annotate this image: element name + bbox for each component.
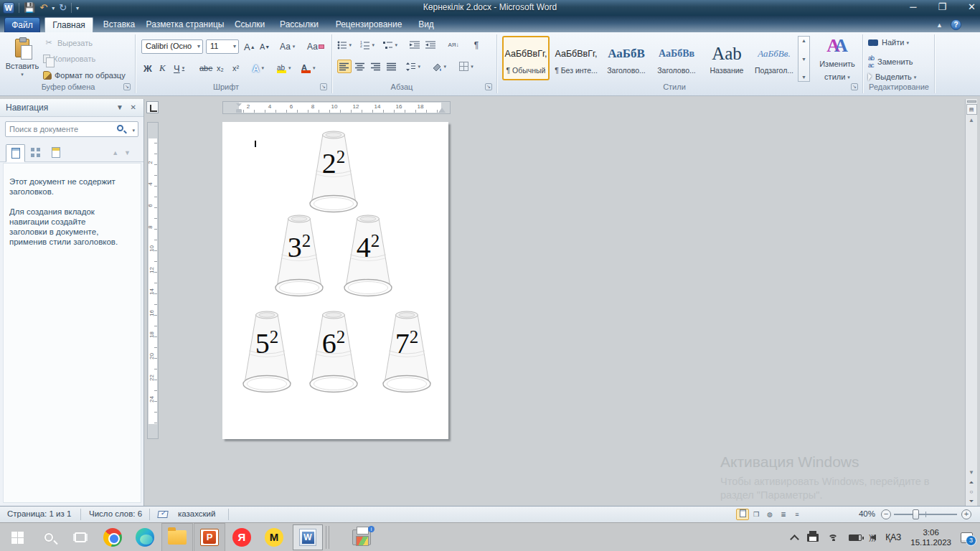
clock[interactable]: 3:06 15.11.2023: [910, 527, 951, 547]
clear-formatting-button[interactable]: Аа: [307, 39, 324, 54]
search-options-icon[interactable]: ▾: [132, 128, 135, 133]
tab-home[interactable]: Главная: [44, 17, 93, 32]
gallery-more-icon[interactable]: ▼: [801, 75, 806, 80]
print-layout-button[interactable]: [736, 509, 749, 520]
format-painter-button[interactable]: Формат по образцу: [43, 71, 126, 80]
restore-button[interactable]: ❐: [938, 1, 946, 12]
zoom-slider[interactable]: [894, 514, 957, 515]
wifi-icon[interactable]: [828, 534, 839, 541]
font-name-combo[interactable]: Calibri (Осно: [141, 39, 203, 54]
scroll-track[interactable]: [966, 126, 977, 468]
align-left-button[interactable]: [337, 60, 352, 73]
justify-button[interactable]: [385, 60, 399, 73]
yandex-taskbar-icon[interactable]: Я: [226, 523, 258, 551]
minimize-ribbon-icon[interactable]: ▲: [936, 22, 943, 29]
bold-button[interactable]: Ж: [143, 61, 152, 75]
help-icon[interactable]: ?: [951, 19, 961, 30]
style-title[interactable]: Aab Название: [703, 36, 750, 80]
chrome-taskbar-icon[interactable]: [97, 523, 128, 551]
tab-mailings[interactable]: Рассылки: [274, 17, 324, 32]
clipboard-dialog-launcher[interactable]: ↘: [123, 83, 131, 90]
tab-review[interactable]: Рецензирование: [329, 17, 409, 32]
document-search-box[interactable]: ▾: [5, 121, 138, 137]
find-button[interactable]: Найти: [868, 38, 909, 47]
page-indicator[interactable]: Страница: 1 из 1: [7, 509, 71, 518]
result-navigation-arrows[interactable]: ▲▼: [112, 149, 136, 156]
style-heading2[interactable]: АаБбВв Заголово...: [653, 36, 700, 80]
split-handle[interactable]: [967, 100, 976, 103]
styles-dialog-launcher[interactable]: ↘: [851, 83, 858, 90]
multilevel-list-button[interactable]: [383, 38, 397, 52]
font-color-button[interactable]: А: [301, 61, 316, 75]
tab-page-layout[interactable]: Разметка страницы: [143, 17, 227, 32]
style-subtitle[interactable]: АаБбВв. Подзагол...: [750, 36, 798, 80]
zoom-in-button[interactable]: +: [961, 509, 971, 519]
increase-indent-button[interactable]: [423, 38, 438, 52]
italic-button[interactable]: К: [159, 61, 166, 75]
zoom-level[interactable]: 40%: [859, 509, 875, 518]
gallery-down-icon[interactable]: ▼: [801, 57, 806, 62]
horizontal-ruler[interactable]: 2 4 6 8 10 12 14 16 18: [222, 101, 451, 114]
numbering-button[interactable]: 12: [360, 38, 374, 52]
browse-pages-tab[interactable]: [26, 144, 45, 162]
shrink-font-button[interactable]: А▼: [260, 39, 270, 54]
start-button[interactable]: [1, 523, 33, 551]
browse-object-button[interactable]: ○: [970, 487, 974, 496]
styles-gallery-scrollbar[interactable]: ▲ ▼ ▼: [798, 36, 810, 82]
notification-center-icon[interactable]: 3: [961, 532, 973, 543]
file-explorer-taskbar-icon[interactable]: [161, 523, 193, 551]
tray-expand-icon[interactable]: [790, 534, 799, 544]
battery-icon[interactable]: [849, 534, 862, 541]
spellcheck-icon[interactable]: [158, 511, 168, 519]
image-viewer-taskbar-icon[interactable]: i: [346, 523, 377, 551]
scroll-down-icon[interactable]: ▼: [969, 468, 974, 478]
task-view-button[interactable]: [65, 523, 96, 551]
cup-image-9[interactable]: 32: [272, 213, 326, 299]
subscript-button[interactable]: x₂: [217, 61, 224, 75]
cup-image-16[interactable]: 42: [341, 213, 395, 299]
cup-image-49[interactable]: 72: [380, 309, 434, 395]
style-heading1[interactable]: АаБбВ Заголово...: [603, 36, 650, 80]
gallery-up-icon[interactable]: ▲: [801, 38, 806, 43]
paragraph-dialog-launcher[interactable]: ↘: [485, 83, 492, 90]
edge-taskbar-icon[interactable]: [129, 523, 161, 551]
select-button[interactable]: Выделить: [868, 72, 916, 81]
shading-button[interactable]: [432, 60, 446, 73]
decrease-indent-button[interactable]: [407, 38, 422, 52]
align-right-button[interactable]: [369, 60, 383, 73]
tab-stop-selector[interactable]: [146, 101, 159, 113]
tray-printer-icon[interactable]: [807, 534, 819, 542]
align-center-button[interactable]: [353, 60, 367, 73]
change-case-button[interactable]: Аа: [280, 39, 295, 54]
browse-headings-tab[interactable]: [6, 144, 25, 162]
vertical-ruler[interactable]: 2 4 6 8 10 12 14 16 18 20 22 24: [147, 122, 159, 439]
font-size-combo[interactable]: 11: [206, 39, 239, 54]
borders-button[interactable]: [459, 60, 473, 73]
indent-marker-right[interactable]: [438, 108, 446, 113]
cut-button[interactable]: ✂ Вырезать: [43, 38, 93, 47]
underline-button[interactable]: Ч: [174, 61, 184, 75]
text-effects-button[interactable]: А: [253, 61, 264, 75]
browse-results-tab[interactable]: [46, 144, 65, 162]
highlight-button[interactable]: ab: [277, 61, 291, 75]
cup-image-36[interactable]: 62: [306, 309, 361, 395]
language-switcher[interactable]: ҚАЗ: [885, 532, 901, 542]
scroll-up-icon[interactable]: ▲: [969, 116, 974, 126]
search-input[interactable]: [9, 123, 110, 135]
navigation-close-icon[interactable]: ✕: [131, 103, 136, 111]
sort-button[interactable]: АЯ↓: [446, 38, 461, 52]
style-normal[interactable]: АаБбВвГг, ¶ Обычный: [502, 36, 550, 80]
style-no-spacing[interactable]: АаБбВвГг, ¶ Без инте...: [552, 36, 600, 80]
next-page-button[interactable]: ⏷: [969, 496, 974, 506]
search-icon[interactable]: [117, 125, 123, 131]
tab-view[interactable]: Вид: [412, 17, 440, 32]
fullscreen-reading-button[interactable]: ❒: [750, 509, 763, 520]
word-count[interactable]: Число слов: 6: [89, 509, 142, 518]
m-app-taskbar-icon[interactable]: М: [258, 523, 290, 551]
show-marks-button[interactable]: ¶: [469, 38, 484, 52]
strikethrough-button[interactable]: abe: [199, 61, 212, 75]
superscript-button[interactable]: x²: [232, 61, 239, 75]
tab-insert[interactable]: Вставка: [96, 17, 142, 32]
grow-font-button[interactable]: А▲: [244, 39, 255, 54]
close-button[interactable]: ✕: [968, 1, 976, 12]
